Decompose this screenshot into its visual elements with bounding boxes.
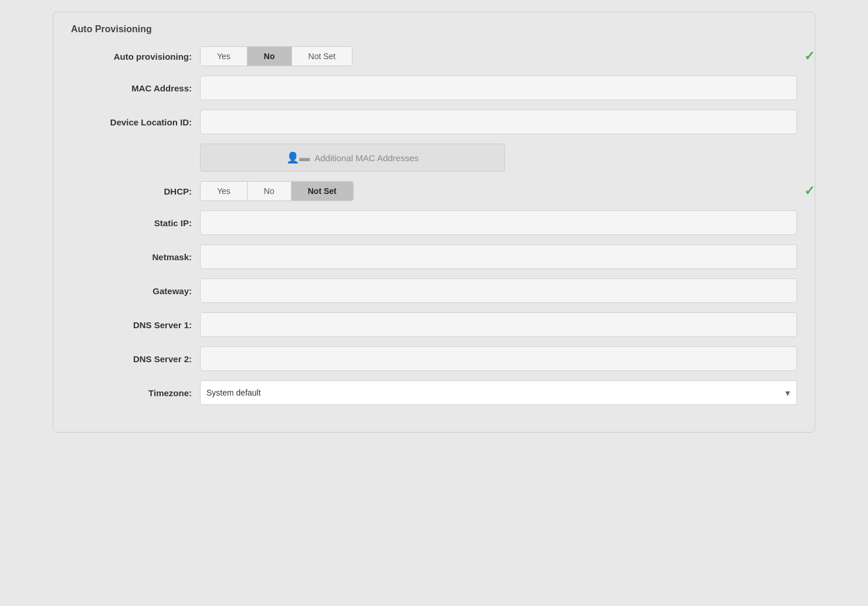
timezone-label: Timezone: <box>71 388 200 398</box>
auto-provisioning-yes-btn[interactable]: Yes <box>201 47 247 66</box>
auto-provisioning-check-icon: ✓ <box>804 49 815 64</box>
auto-provisioning-notset-btn[interactable]: Not Set <box>292 47 352 66</box>
gateway-label: Gateway: <box>71 286 200 296</box>
device-location-id-input[interactable] <box>200 110 797 134</box>
dhcp-check-icon: ✓ <box>804 183 815 199</box>
static-ip-row: Static IP: <box>71 210 797 235</box>
additional-mac-label: Additional MAC Addresses <box>314 153 419 163</box>
auto-provisioning-toggle-group: Yes No Not Set <box>200 46 352 66</box>
dhcp-row: DHCP: Yes No Not Set ✓ <box>71 181 797 201</box>
dns2-row: DNS Server 2: <box>71 346 797 371</box>
gateway-input[interactable] <box>200 278 797 303</box>
dhcp-no-btn[interactable]: No <box>247 182 291 200</box>
dns1-row: DNS Server 1: <box>71 312 797 337</box>
dhcp-notset-btn[interactable]: Not Set <box>291 182 353 200</box>
netmask-label: Netmask: <box>71 252 200 262</box>
timezone-select[interactable]: System default UTC America/New_York Amer… <box>200 380 797 405</box>
panel-title: Auto Provisioning <box>71 24 797 35</box>
dns1-input[interactable] <box>200 312 797 337</box>
dns1-label: DNS Server 1: <box>71 320 200 330</box>
mac-address-row: MAC Address: <box>71 76 797 100</box>
auto-provisioning-row: Auto provisioning: Yes No Not Set ✓ <box>71 46 797 66</box>
dhcp-yes-btn[interactable]: Yes <box>201 182 247 200</box>
gateway-row: Gateway: <box>71 278 797 303</box>
timezone-select-wrapper: System default UTC America/New_York Amer… <box>200 380 797 405</box>
device-location-id-row: Device Location ID: <box>71 110 797 134</box>
timezone-row: Timezone: System default UTC America/New… <box>71 380 797 405</box>
dhcp-toggle-group: Yes No Not Set <box>200 181 354 201</box>
netmask-input[interactable] <box>200 244 797 269</box>
static-ip-label: Static IP: <box>71 218 200 228</box>
dns2-input[interactable] <box>200 346 797 371</box>
mac-address-input[interactable] <box>200 76 797 100</box>
mac-address-label: MAC Address: <box>71 83 200 93</box>
auto-provisioning-no-btn[interactable]: No <box>247 47 292 66</box>
auto-provisioning-label: Auto provisioning: <box>71 52 200 62</box>
auto-provisioning-panel: Auto Provisioning Auto provisioning: Yes… <box>53 12 815 433</box>
dns2-label: DNS Server 2: <box>71 354 200 364</box>
static-ip-input[interactable] <box>200 210 797 235</box>
device-location-id-label: Device Location ID: <box>71 117 200 127</box>
netmask-row: Netmask: <box>71 244 797 269</box>
additional-mac-row: 👤​▬ Additional MAC Addresses <box>71 144 797 172</box>
additional-mac-button[interactable]: 👤​▬ Additional MAC Addresses <box>200 144 505 172</box>
dhcp-label: DHCP: <box>71 186 200 196</box>
additional-mac-icon: 👤​▬ <box>286 151 310 164</box>
